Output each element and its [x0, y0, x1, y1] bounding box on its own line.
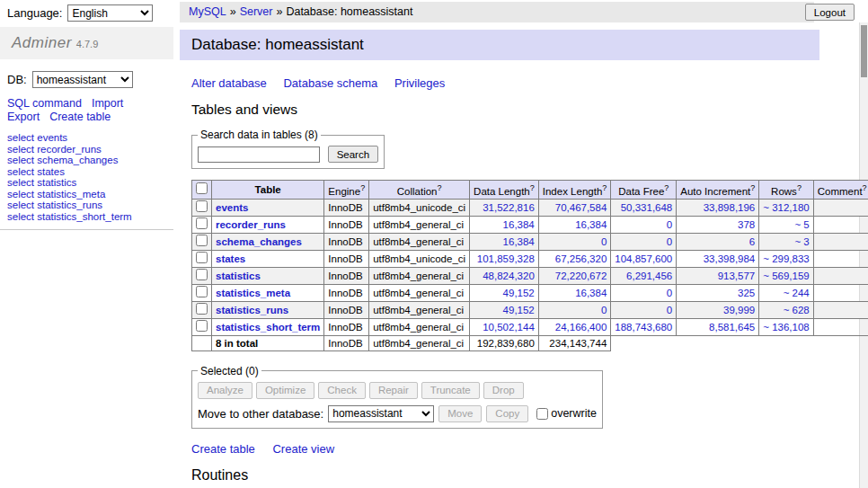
row-select-cell [192, 250, 212, 267]
help-icon[interactable]: ? [530, 183, 535, 192]
import-link[interactable]: Import [92, 97, 123, 110]
table-row: schema_changesInnoDButf8mb4_general_ci16… [192, 233, 868, 250]
help-icon[interactable]: ? [360, 183, 365, 192]
table-link[interactable]: statistics_short_term [216, 322, 320, 333]
sidebar-select-schema_changes-link[interactable]: select schema_changes [7, 155, 166, 166]
column-header-data-length: Data Length? [470, 181, 539, 200]
rows-count-link[interactable]: ~ 244 [784, 288, 810, 298]
search-input[interactable] [198, 146, 320, 163]
row-checkbox[interactable] [196, 200, 208, 212]
help-icon[interactable]: ? [863, 183, 867, 192]
search-legend: Search data in tables (8) [198, 129, 321, 141]
cell-rows: ~ 244 [759, 284, 813, 301]
breadcrumb-mysql-link[interactable]: MySQL [189, 5, 226, 18]
language-select[interactable]: English [67, 4, 153, 22]
table-link[interactable]: recorder_runs [216, 219, 286, 230]
column-header-comment: Comment? [813, 181, 868, 200]
check-button[interactable]: Check [318, 382, 366, 399]
help-icon[interactable]: ? [437, 183, 441, 192]
sidebar-select-statistics_meta-link[interactable]: select statistics_meta [7, 189, 166, 200]
database-schema-link[interactable]: Database schema [283, 76, 377, 90]
db-label: DB: [7, 73, 27, 86]
overwrite-checkbox[interactable] [536, 408, 548, 420]
copy-button[interactable]: Copy [486, 405, 528, 422]
help-icon[interactable]: ? [602, 183, 607, 192]
total-row: 8 in total InnoDB utf8mb4_general_ci 192… [192, 335, 868, 350]
privileges-link[interactable]: Privileges [394, 76, 445, 90]
row-checkbox[interactable] [196, 286, 208, 297]
cell-comment [813, 250, 868, 267]
truncate-button[interactable]: Truncate [421, 382, 480, 399]
rows-count-link[interactable]: ~ 5 [794, 219, 809, 230]
export-link[interactable]: Export [7, 111, 40, 123]
cell-engine: InnoDB [324, 318, 369, 335]
table-row: recorder_runsInnoDButf8mb4_general_ci16,… [192, 216, 868, 233]
drop-button[interactable]: Drop [483, 382, 524, 399]
rows-count-link[interactable]: ~ 312,180 [763, 202, 809, 213]
repair-button[interactable]: Repair [369, 382, 418, 399]
cell-data-length: 16,384 [470, 233, 539, 250]
sidebar-create-table-link[interactable]: Create table [49, 111, 111, 123]
sidebar-select-recorder_runs-link[interactable]: select recorder_runs [7, 144, 166, 155]
analyze-button[interactable]: Analyze [198, 382, 252, 399]
breadcrumb-server-link[interactable]: Server [240, 5, 273, 18]
optimize-button[interactable]: Optimize [256, 382, 314, 399]
cell-auto-increment: 6 [677, 233, 759, 250]
sidebar-select-statistics-link[interactable]: select statistics [7, 177, 166, 189]
table-link[interactable]: schema_changes [216, 236, 302, 247]
rows-count-link[interactable]: ~ 299,833 [763, 253, 809, 264]
cell-data-free: 0 [611, 301, 677, 318]
rows-count-link[interactable]: ~ 3 [794, 236, 809, 247]
help-icon[interactable]: ? [750, 183, 755, 192]
create-table-link[interactable]: Create table [191, 442, 255, 456]
sidebar-select-statistics_runs-link[interactable]: select statistics_runs [7, 200, 166, 211]
cell-data-free: 0 [611, 284, 677, 301]
sql-command-link[interactable]: SQL command [7, 97, 82, 110]
row-checkbox[interactable] [196, 320, 208, 332]
cell-comment [813, 233, 868, 250]
alter-database-link[interactable]: Alter database [191, 76, 267, 90]
create-view-link[interactable]: Create view [272, 442, 334, 456]
cell-rows: ~ 628 [759, 301, 813, 318]
cell-index-length: 70,467,584 [538, 199, 611, 216]
table-link[interactable]: statistics [216, 271, 261, 281]
table-link[interactable]: states [216, 253, 245, 264]
search-button[interactable]: Search [328, 146, 378, 163]
cell-collation: utf8mb4_unicode_ci [369, 250, 470, 267]
row-checkbox[interactable] [196, 269, 208, 280]
rows-count-link[interactable]: ~ 628 [784, 305, 810, 315]
cell-engine: InnoDB [324, 199, 369, 216]
sidebar-select-statistics_short_term-link[interactable]: select statistics_short_term [7, 211, 166, 223]
move-db-select[interactable]: homeassistant [328, 405, 434, 422]
cell-comment [813, 318, 868, 335]
row-select-cell [192, 216, 212, 233]
select-all-checkbox[interactable] [196, 182, 208, 194]
row-checkbox[interactable] [196, 303, 208, 315]
table-link[interactable]: events [216, 202, 248, 213]
scrollbar-thumb[interactable] [861, 25, 867, 77]
row-checkbox[interactable] [196, 252, 208, 263]
help-icon[interactable]: ? [664, 183, 669, 192]
table-row: eventsInnoDButf8mb4_unicode_ci31,522,816… [192, 199, 868, 216]
logout-button[interactable]: Logout [805, 4, 855, 21]
table-link[interactable]: statistics_runs [216, 305, 288, 315]
app-name: Adminer [12, 34, 72, 51]
selected-fieldset: Selected (0) AnalyzeOptimizeCheckRepairT… [191, 365, 603, 429]
cell-auto-increment: 33,398,984 [677, 250, 759, 267]
sidebar-select-states-link[interactable]: select states [7, 166, 166, 178]
help-icon[interactable]: ? [797, 183, 802, 192]
move-button[interactable]: Move [438, 405, 482, 422]
selected-legend: Selected (0) [198, 365, 261, 377]
cell-table-name: states [212, 250, 324, 267]
db-select[interactable]: homeassistant [32, 71, 133, 88]
rows-count-link[interactable]: ~ 569,159 [763, 271, 809, 281]
sidebar-select-events-link[interactable]: select events [7, 132, 166, 144]
row-checkbox[interactable] [196, 235, 208, 246]
rows-count-link[interactable]: ~ 136,108 [763, 322, 809, 333]
cell-data-length: 48,824,320 [470, 267, 539, 284]
row-checkbox[interactable] [196, 217, 208, 229]
table-link[interactable]: statistics_meta [216, 288, 290, 298]
total-engine: InnoDB [324, 335, 369, 350]
cell-table-name: recorder_runs [212, 216, 324, 233]
main-content: Database: homeassistant Alter database D… [180, 30, 819, 488]
